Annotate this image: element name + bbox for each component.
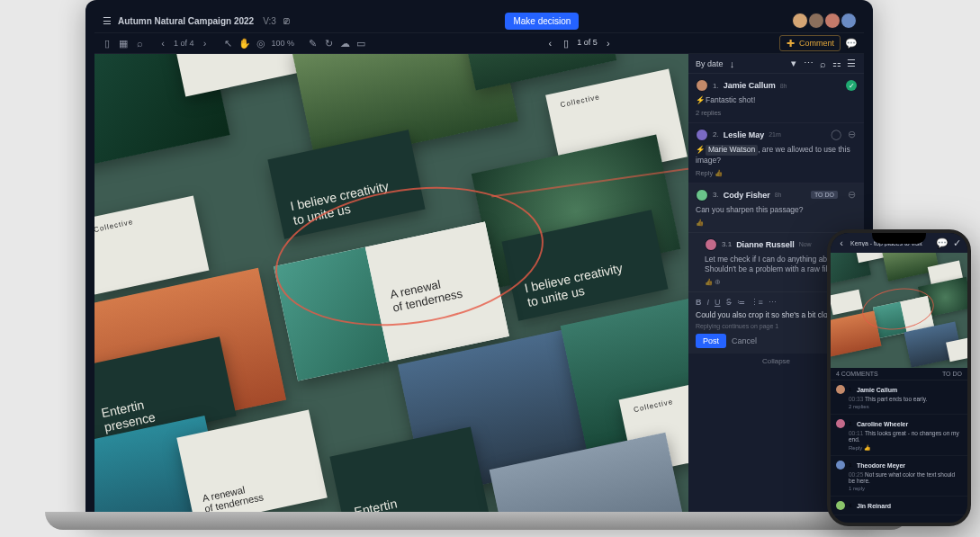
chevron-down-icon[interactable]: ▾ (788, 58, 799, 69)
comment-options-icon[interactable]: ◯ (831, 130, 841, 140)
canvas-viewport[interactable]: Collective Collective Collective I belie… (94, 54, 688, 526)
phone-comment-item[interactable]: 3.Theodore Meyer 00:25 Not sure what col… (831, 456, 967, 497)
laptop-frame: ☰ Autumn Natural Campaign 2022 V:3 ⎚ Mak… (85, 0, 873, 526)
more-format-button[interactable]: ⋯ (769, 298, 777, 307)
strike-button[interactable]: S̶ (726, 298, 732, 307)
phone-comment-item[interactable]: 4.Jin Reinard (831, 497, 967, 515)
reply-link[interactable]: Reply (696, 169, 713, 177)
more-reactions-icon[interactable]: ⊕ (715, 278, 721, 286)
sort-arrow-icon[interactable]: ↓ (727, 58, 738, 69)
cancel-button[interactable]: Cancel (732, 336, 757, 345)
phone-screen: ‹ Kenya - top places to visit 💬 ✓ 4 COMM… (831, 233, 967, 523)
prev-page-icon[interactable]: ‹ (157, 38, 168, 49)
present-icon[interactable]: ⎚ (282, 15, 292, 26)
italic-button[interactable]: I (707, 298, 710, 307)
bolt-icon: ⚡ (696, 95, 706, 104)
spread-indicator: 1 of 5 (577, 38, 598, 49)
list-button[interactable]: ≔ (737, 298, 745, 307)
tool-icon[interactable]: ✎ (307, 38, 318, 49)
avatar (705, 238, 717, 251)
avatar[interactable] (808, 13, 824, 29)
spread-icon: ▯ (561, 38, 571, 49)
like-icon[interactable]: 👍 (696, 219, 704, 227)
prev-spread-icon[interactable]: ‹ (544, 38, 555, 49)
hand-icon[interactable]: ✋ (239, 38, 250, 49)
grid-icon[interactable]: ▦ (118, 38, 129, 49)
post-button[interactable]: Post (696, 334, 726, 348)
next-spread-icon[interactable]: › (603, 38, 614, 49)
avatar (696, 189, 708, 201)
underline-button[interactable]: U (715, 298, 721, 307)
close-panel-icon[interactable]: ☰ (846, 58, 857, 69)
rect-icon[interactable]: ▭ (355, 38, 366, 49)
like-icon[interactable]: 👍 (705, 278, 713, 286)
replies-link[interactable]: 2 replies (696, 109, 857, 117)
avatar[interactable] (841, 13, 857, 29)
search-icon[interactable]: ⌕ (134, 38, 145, 49)
phone-replies-link[interactable]: 2 replies (849, 404, 962, 409)
bolt-icon: ⚡ (696, 145, 706, 154)
phone-comments-header: 4 COMMENTS TO DO (831, 368, 967, 380)
sort-dropdown[interactable]: By date (696, 59, 724, 68)
phone-comment-icon[interactable]: 💬 (937, 237, 948, 248)
avatar (696, 129, 708, 141)
menu-icon[interactable]: ☰ (102, 15, 112, 26)
text-card[interactable]: Collective (94, 195, 209, 294)
comment-menu-icon[interactable]: ⊖ (846, 190, 857, 201)
avatar (696, 79, 708, 92)
phone-canvas[interactable] (831, 253, 967, 368)
avatar[interactable] (824, 13, 841, 29)
comment-menu-icon[interactable]: ⊖ (846, 130, 857, 140)
chat-icon[interactable]: 💬 (846, 38, 857, 49)
refresh-icon[interactable]: ↻ (323, 38, 334, 49)
status-badge[interactable]: TO DO (811, 191, 838, 199)
phone-replies-link[interactable]: 1 reply (849, 486, 962, 491)
back-icon[interactable]: ‹ (836, 237, 847, 248)
page-indicator: 1 of 4 (174, 39, 194, 48)
phone-comment-item[interactable]: 2.Caroline Wheeler 00:11 This looks grea… (831, 415, 967, 456)
bold-button[interactable]: B (696, 298, 702, 307)
comment-item[interactable]: 1. Jamie Callum 8h ✓ ⚡Fantastic shot! 2 … (688, 74, 864, 123)
text-card[interactable]: Collective (168, 54, 301, 96)
more-icon[interactable]: ⋯ (803, 58, 814, 69)
like-icon[interactable]: 👍 (715, 169, 723, 177)
avatar[interactable] (792, 13, 808, 29)
make-decision-button[interactable]: Make decision (505, 13, 579, 30)
collaborator-avatars[interactable] (792, 13, 857, 29)
phone-reply-link[interactable]: Reply (849, 445, 862, 451)
pointer-icon[interactable]: ↖ (223, 38, 234, 49)
panel-icon[interactable]: ▯ (102, 38, 112, 49)
zoom-level[interactable]: 100 % (272, 39, 295, 48)
phone-check-icon[interactable]: ✓ (951, 237, 962, 248)
comment-item[interactable]: 2. Leslie May 21m ◯ ⊖ ⚡Marie Watson, are… (688, 123, 864, 183)
app-window: ☰ Autumn Natural Campaign 2022 V:3 ⎚ Mak… (94, 9, 864, 526)
target-icon[interactable]: ◎ (256, 38, 266, 49)
phone-notch (872, 233, 926, 244)
laptop-base (45, 512, 909, 530)
mention-chip[interactable]: Marie Watson (706, 145, 758, 156)
search-comments-icon[interactable]: ⌕ (817, 58, 828, 69)
toolbar: ▯ ▦ ⌕ ‹ 1 of 4 › ↖ ✋ ◎ 100 % ✎ ↻ ☁ ▭ (94, 32, 864, 54)
phone-frame: ‹ Kenya - top places to visit 💬 ✓ 4 COMM… (827, 229, 971, 526)
next-page-icon[interactable]: › (200, 38, 211, 49)
numlist-button[interactable]: ⋮≡ (751, 298, 763, 307)
cloud-icon[interactable]: ☁ (339, 38, 350, 49)
version-tag[interactable]: V:3 (263, 16, 276, 26)
filter-icon[interactable]: ⚏ (832, 58, 842, 69)
document-title: Autumn Natural Campaign 2022 (118, 16, 254, 26)
resolved-icon[interactable]: ✓ (846, 80, 857, 91)
phone-comment-item[interactable]: 1.Jamie Callum 00:33 This part ends too … (831, 380, 967, 415)
phone-filter-badge[interactable]: TO DO (942, 371, 962, 377)
comment-icon: ✚ (786, 38, 796, 49)
titlebar: ☰ Autumn Natural Campaign 2022 V:3 ⎚ Mak… (94, 9, 864, 32)
comment-item-active[interactable]: 3. Cody Fisher 8h TO DO ⊖ Can you sharpe… (688, 183, 864, 233)
comment-button[interactable]: ✚ Comment (779, 35, 841, 51)
